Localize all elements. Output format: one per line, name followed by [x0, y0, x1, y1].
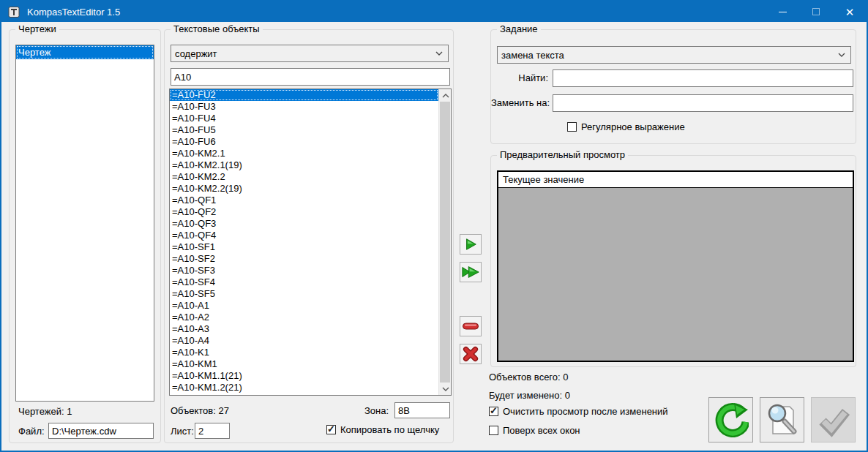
objects-count-label: Объектов: 27 — [171, 405, 229, 416]
list-item[interactable]: =A10-FU2 — [170, 89, 438, 101]
always-on-top-checkbox[interactable]: Поверх всех окон — [489, 425, 580, 436]
task-mode-value: замена текста — [501, 50, 564, 61]
copy-on-click-checkbox[interactable]: Копировать по щелчку — [326, 424, 439, 435]
refresh-button[interactable] — [708, 397, 753, 442]
text-objects-list[interactable]: =A10-FU2=A10-FU3=A10-FU4=A10-FU5=A10-FU6… — [169, 88, 452, 396]
list-item[interactable]: =A10-FU6 — [170, 136, 438, 148]
list-item[interactable]: =A10-QF2 — [170, 206, 438, 218]
apply-button — [811, 397, 856, 442]
preview-button[interactable] — [760, 397, 804, 442]
list-item[interactable]: =A10-SF2 — [170, 253, 438, 265]
always-on-top-label: Поверх всех окон — [503, 425, 580, 436]
list-item[interactable]: =A10-SF3 — [170, 265, 438, 276]
sheet-label: Лист: — [171, 426, 194, 437]
list-item[interactable]: =A10-KM2.2 — [170, 171, 438, 183]
list-item[interactable]: =A10-K1 — [170, 347, 438, 358]
will-change-label: Будет изменено: 0 — [489, 390, 570, 401]
search-document-icon — [765, 402, 800, 437]
drawings-group-title: Чертежи — [15, 23, 59, 34]
text-objects-group: Текстовые объекты содержит =A10-FU2=A10-… — [164, 29, 454, 443]
text-objects-group-title: Текстовые объекты — [171, 23, 263, 34]
list-item[interactable]: =A10-A2 — [170, 312, 438, 323]
filter-mode-select[interactable]: содержит — [171, 45, 449, 62]
list-item[interactable]: =A10-A3 — [170, 323, 438, 335]
copy-on-click-label: Копировать по щелчку — [340, 424, 439, 435]
preview-table[interactable]: Текущее значение — [497, 170, 854, 362]
sheet-field[interactable] — [195, 423, 230, 439]
maximize-icon — [812, 8, 820, 15]
refresh-icon — [714, 402, 749, 437]
filter-mode-value: содержит — [175, 48, 217, 59]
list-item[interactable]: =A10-KM2.1 — [170, 148, 438, 159]
list-item[interactable]: Чертеж — [16, 45, 154, 59]
scroll-down-icon[interactable] — [439, 383, 452, 395]
app-icon — [8, 6, 20, 18]
minus-icon — [462, 321, 479, 331]
text-objects-list-items: =A10-FU2=A10-FU3=A10-FU4=A10-FU5=A10-FU6… — [170, 89, 438, 395]
list-item[interactable]: =A10-A4 — [170, 335, 438, 347]
cross-icon — [463, 346, 479, 362]
list-item[interactable]: =A10-SF4 — [170, 276, 438, 288]
filter-text-input[interactable] — [171, 68, 450, 86]
list-item[interactable]: =A10-FU5 — [170, 124, 438, 136]
drawings-count-label: Чертежей: 1 — [18, 406, 72, 417]
scrollbar-thumb[interactable] — [440, 102, 450, 383]
close-button[interactable]: ✕ — [833, 1, 867, 22]
window-title: KompasTextEditor 1.5 — [27, 7, 120, 18]
drawings-group: Чертежи Чертеж Чертежей: 1 Файл: — [9, 29, 161, 443]
total-objects-label: Объектов всего: 0 — [489, 372, 569, 383]
find-input[interactable] — [553, 69, 853, 87]
list-item[interactable]: =A10-SF5 — [170, 288, 438, 300]
list-item[interactable]: =A10-SF1 — [170, 241, 438, 253]
zone-field[interactable] — [394, 402, 450, 418]
checkbox-box[interactable] — [489, 407, 498, 416]
titlebar: KompasTextEditor 1.5 ✕ — [1, 1, 867, 22]
list-item[interactable]: =A10-KM2.1(19) — [170, 159, 438, 171]
close-icon: ✕ — [845, 7, 855, 18]
app-window: KompasTextEditor 1.5 ✕ Чертежи Чертеж Че… — [0, 0, 868, 452]
preview-column-header[interactable]: Текущее значение — [498, 172, 853, 188]
minimize-button[interactable] — [766, 1, 799, 22]
vertical-scrollbar[interactable] — [438, 89, 451, 395]
task-mode-select[interactable]: замена текста — [497, 46, 851, 64]
list-item[interactable]: =A10-KM2.2(19) — [170, 183, 438, 195]
play-icon — [463, 237, 479, 252]
zone-label: Зона: — [364, 405, 389, 416]
file-label: Файл: — [18, 426, 45, 437]
list-item[interactable]: =A10-KM1.1(21) — [170, 370, 438, 382]
checkbox-box[interactable] — [567, 122, 577, 132]
remove-row-button[interactable] — [460, 316, 482, 336]
list-item[interactable]: =A10-A1 — [170, 300, 438, 312]
file-path-field[interactable] — [48, 423, 154, 439]
clear-preview-button[interactable] — [460, 344, 482, 364]
chevron-down-icon — [837, 52, 846, 58]
task-group-title: Задание — [497, 23, 541, 34]
chevron-down-icon — [435, 50, 444, 56]
list-item[interactable]: =A10-KM1 — [170, 358, 438, 370]
clear-after-label: Очистить просмотр после изменений — [503, 406, 668, 417]
regex-label: Регулярное выражение — [581, 121, 685, 132]
regex-checkbox[interactable]: Регулярное выражение — [567, 121, 685, 132]
clear-after-checkbox[interactable]: Очистить просмотр после изменений — [489, 406, 668, 417]
replace-input[interactable] — [553, 94, 853, 112]
scroll-up-icon[interactable] — [439, 89, 452, 102]
minimize-icon — [779, 12, 787, 12]
list-item[interactable]: =A10-QF1 — [170, 195, 438, 206]
fast-forward-icon — [461, 264, 480, 280]
drawings-list[interactable]: Чертеж — [15, 45, 154, 402]
replace-label: Заменить на: — [491, 97, 548, 108]
checkbox-box[interactable] — [489, 426, 498, 435]
checkmark-icon — [816, 402, 851, 437]
list-item[interactable]: =A10-QF4 — [170, 230, 438, 241]
maximize-button[interactable] — [799, 1, 833, 22]
replace-all-button[interactable] — [460, 262, 482, 282]
list-item[interactable]: =A10-QF3 — [170, 218, 438, 230]
task-group: Задание замена текста Найти: Заменить на… — [490, 29, 856, 144]
preview-group: Предварительный просмотр Текущее значени… — [490, 155, 856, 367]
replace-one-button[interactable] — [460, 234, 482, 255]
list-item[interactable]: =A10-KM1.2(21) — [170, 382, 438, 393]
checkbox-box[interactable] — [326, 425, 336, 434]
preview-group-title: Предварительный просмотр — [497, 149, 628, 160]
list-item[interactable]: =A10-FU4 — [170, 113, 438, 124]
list-item[interactable]: =A10-FU3 — [170, 101, 438, 113]
